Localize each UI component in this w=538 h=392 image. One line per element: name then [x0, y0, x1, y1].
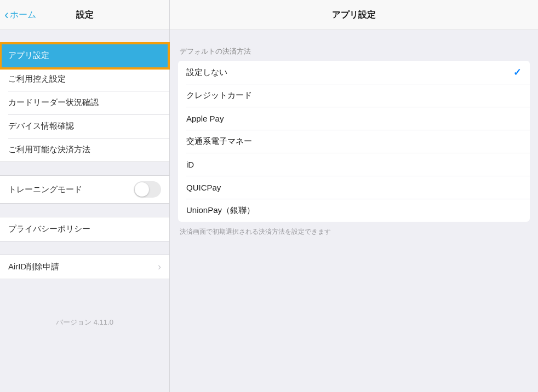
sidebar-item-label: デバイス情報確認 [8, 121, 161, 131]
sidebar-group: AirID削除申請› [0, 255, 169, 279]
sidebar-group: アプリ設定ご利用控え設定カードリーダー状況確認デバイス情報確認ご利用可能な決済方… [0, 43, 169, 162]
option-label: UnionPay（銀聯） [186, 205, 522, 216]
payment-method-option[interactable]: 設定しない✓ [178, 61, 530, 84]
sidebar-item-label: プライバシーポリシー [8, 224, 161, 234]
check-icon: ✓ [513, 66, 522, 78]
sidebar-item-label: カードリーダー状況確認 [8, 97, 161, 108]
toggle-knob [135, 182, 149, 197]
chevron-right-icon: › [158, 261, 161, 273]
detail-header: アプリ設定 [170, 0, 538, 30]
option-label: Apple Pay [186, 114, 522, 123]
sidebar-item-label: トレーニングモード [8, 185, 82, 195]
section-header: デフォルトの決済方法 [170, 30, 538, 61]
payment-method-option[interactable]: Apple Pay [178, 107, 530, 130]
option-label: QUICPay [186, 183, 522, 192]
option-label: 設定しない [186, 67, 513, 78]
option-label: 交通系電子マネー [186, 136, 522, 147]
training-mode-toggle[interactable] [134, 181, 161, 198]
payment-method-option[interactable]: クレジットカード [178, 84, 530, 107]
sidebar-item[interactable]: トレーニングモード [0, 176, 169, 203]
sidebar-item[interactable]: アプリ設定 [0, 44, 169, 67]
sidebar-item-label: アプリ設定 [8, 50, 161, 61]
back-label: ホーム [10, 9, 36, 21]
sidebar-item[interactable]: ご利用控え設定 [0, 67, 169, 91]
settings-sidebar: ‹ ホーム 設定 アプリ設定ご利用控え設定カードリーダー状況確認デバイス情報確認… [0, 0, 170, 392]
section-footer: 決済画面で初期選択される決済方法を設定できます [170, 222, 538, 242]
sidebar-item-label: ご利用可能な決済方法 [8, 145, 161, 155]
sidebar-body: アプリ設定ご利用控え設定カードリーダー状況確認デバイス情報確認ご利用可能な決済方… [0, 30, 169, 279]
detail-title: アプリ設定 [332, 9, 376, 21]
sidebar-item[interactable]: AirID削除申請› [0, 255, 169, 279]
option-label: iD [186, 160, 522, 169]
sidebar-header: ‹ ホーム 設定 [0, 0, 169, 30]
chevron-left-icon: ‹ [4, 8, 9, 21]
sidebar-item[interactable]: デバイス情報確認 [0, 114, 169, 138]
sidebar-item-label: AirID削除申請 [8, 262, 158, 272]
back-button[interactable]: ‹ ホーム [4, 8, 36, 21]
sidebar-item-label: ご利用控え設定 [8, 74, 161, 84]
payment-method-list: 設定しない✓クレジットカードApple Pay交通系電子マネーiDQUICPay… [178, 61, 530, 222]
version-label: バージョン 4.11.0 [0, 318, 169, 327]
sidebar-group: トレーニングモード [0, 175, 169, 204]
sidebar-item[interactable]: プライバシーポリシー [0, 217, 169, 241]
payment-method-option[interactable]: UnionPay（銀聯） [178, 199, 530, 222]
option-label: クレジットカード [186, 90, 522, 101]
payment-method-option[interactable]: 交通系電子マネー [178, 130, 530, 153]
payment-method-option[interactable]: iD [178, 153, 530, 176]
sidebar-item[interactable]: カードリーダー状況確認 [0, 91, 169, 114]
sidebar-group: プライバシーポリシー [0, 217, 169, 241]
payment-method-option[interactable]: QUICPay [178, 176, 530, 199]
detail-pane: アプリ設定 デフォルトの決済方法 設定しない✓クレジットカードApple Pay… [170, 0, 538, 392]
sidebar-item[interactable]: ご利用可能な決済方法 [0, 138, 169, 162]
